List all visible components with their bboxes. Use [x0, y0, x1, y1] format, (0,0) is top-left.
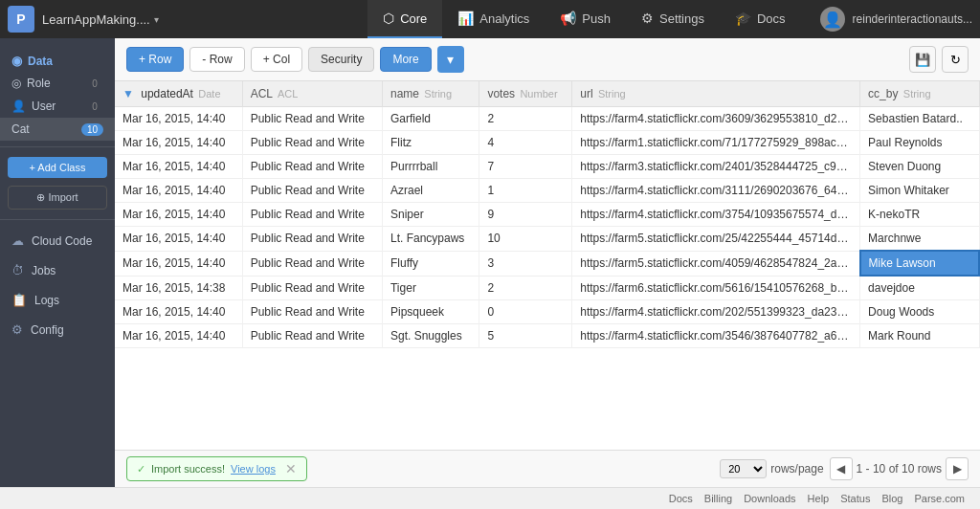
- table-cell[interactable]: https://farm4.staticflickr.com/3111/2690…: [572, 179, 860, 203]
- table-cell[interactable]: Mar 16, 2015, 14:40: [115, 227, 242, 252]
- table-cell[interactable]: 3: [479, 251, 572, 276]
- table-cell[interactable]: 1: [479, 179, 572, 203]
- table-cell[interactable]: Public Read and Write: [242, 179, 382, 203]
- table-row[interactable]: Mar 16, 2015, 14:40Public Read and Write…: [115, 107, 979, 131]
- bottom-link-blog[interactable]: Blog: [881, 493, 902, 504]
- sidebar-item-logs[interactable]: 📋 Logs: [0, 285, 115, 315]
- tab-analytics[interactable]: 📊 Analytics: [442, 0, 545, 38]
- table-cell[interactable]: 10: [479, 227, 572, 252]
- table-cell[interactable]: Sniper: [382, 203, 479, 227]
- table-cell[interactable]: Pipsqueek: [382, 300, 479, 324]
- import-close-button[interactable]: ✕: [285, 461, 297, 476]
- add-col-button[interactable]: + Col: [251, 47, 302, 72]
- table-cell[interactable]: Mar 16, 2015, 14:40: [115, 300, 242, 324]
- table-cell[interactable]: Purrrrball: [382, 155, 479, 179]
- table-cell[interactable]: https://farm1.staticflickr.com/71/177275…: [572, 131, 860, 155]
- table-cell[interactable]: https://farm3.staticflickr.com/2401/3528…: [572, 155, 860, 179]
- table-cell[interactable]: Simon Whitaker: [860, 179, 979, 203]
- tab-core[interactable]: ⬡ Core: [368, 0, 442, 38]
- pagination-next-button[interactable]: ▶: [946, 457, 969, 480]
- sidebar-item-role[interactable]: ◎ Role 0: [0, 72, 115, 95]
- table-cell[interactable]: 7: [479, 155, 572, 179]
- table-cell[interactable]: Flitz: [382, 131, 479, 155]
- table-cell[interactable]: Public Read and Write: [242, 107, 382, 131]
- table-cell[interactable]: 4: [479, 131, 572, 155]
- table-cell[interactable]: Mar 16, 2015, 14:40: [115, 155, 242, 179]
- tab-docs[interactable]: 🎓 Docs: [720, 0, 801, 38]
- table-cell[interactable]: Public Read and Write: [242, 155, 382, 179]
- table-cell[interactable]: Mar 16, 2015, 14:40: [115, 251, 242, 276]
- toolbar-save-button[interactable]: 💾: [909, 46, 936, 73]
- table-cell[interactable]: 2: [479, 107, 572, 131]
- table-cell[interactable]: Tiger: [382, 276, 479, 300]
- col-header-updatedAt[interactable]: ▼ updatedAt Date: [115, 81, 242, 107]
- app-name[interactable]: LearnAppMaking.... ▾: [42, 12, 159, 27]
- tab-settings[interactable]: ⚙ Settings: [626, 0, 720, 38]
- table-cell[interactable]: 9: [479, 203, 572, 227]
- sidebar-item-cloud-code[interactable]: ☁ Cloud Code: [0, 226, 115, 255]
- table-cell[interactable]: Mark Round: [860, 324, 979, 348]
- sidebar-item-config[interactable]: ⚙ Config: [0, 315, 115, 344]
- table-cell[interactable]: 0: [479, 300, 572, 324]
- more-button[interactable]: More: [380, 47, 431, 72]
- sidebar-item-user[interactable]: 👤 User 0: [0, 95, 115, 118]
- col-header-acl[interactable]: ACL ACL: [242, 81, 382, 107]
- table-cell[interactable]: Public Read and Write: [242, 203, 382, 227]
- pagination-prev-button[interactable]: ◀: [830, 457, 853, 480]
- view-logs-link[interactable]: View logs: [231, 463, 276, 475]
- table-cell[interactable]: https://farm6.staticflickr.com/5616/1541…: [572, 276, 860, 300]
- table-row[interactable]: Mar 16, 2015, 14:40Public Read and Write…: [115, 227, 979, 252]
- table-cell[interactable]: https://farm4.staticflickr.com/202/55139…: [572, 300, 860, 324]
- table-cell[interactable]: Mike Lawson: [860, 251, 979, 276]
- table-cell[interactable]: Public Read and Write: [242, 227, 382, 252]
- table-cell[interactable]: https://farm4.staticflickr.com/3609/3629…: [572, 107, 860, 131]
- table-cell[interactable]: Marchnwe: [860, 227, 979, 252]
- table-cell[interactable]: Mar 16, 2015, 14:40: [115, 179, 242, 203]
- table-cell[interactable]: https://farm4.staticflickr.com/3546/3876…: [572, 324, 860, 348]
- remove-row-button[interactable]: - Row: [189, 47, 244, 72]
- table-row[interactable]: Mar 16, 2015, 14:40Public Read and Write…: [115, 251, 979, 276]
- table-cell[interactable]: https://farm5.staticflickr.com/25/422554…: [572, 227, 860, 252]
- table-cell[interactable]: Public Read and Write: [242, 324, 382, 348]
- bottom-link-docs[interactable]: Docs: [669, 493, 693, 504]
- col-header-url[interactable]: url String: [572, 81, 860, 107]
- bottom-link-parsecom[interactable]: Parse.com: [914, 493, 965, 504]
- table-cell[interactable]: davejdoe: [860, 276, 979, 300]
- add-row-button[interactable]: + Row: [126, 47, 184, 72]
- sidebar-item-jobs[interactable]: ⏱ Jobs: [0, 255, 115, 285]
- table-cell[interactable]: Sgt. Snuggles: [382, 324, 479, 348]
- table-row[interactable]: Mar 16, 2015, 14:38Public Read and Write…: [115, 276, 979, 300]
- add-class-button[interactable]: + Add Class: [8, 157, 107, 178]
- table-row[interactable]: Mar 16, 2015, 14:40Public Read and Write…: [115, 179, 979, 203]
- import-button[interactable]: ⊕ Import: [8, 186, 107, 210]
- table-cell[interactable]: Public Read and Write: [242, 276, 382, 300]
- table-cell[interactable]: Doug Woods: [860, 300, 979, 324]
- table-cell[interactable]: Mar 16, 2015, 14:38: [115, 276, 242, 300]
- table-cell[interactable]: Mar 16, 2015, 14:40: [115, 324, 242, 348]
- table-cell[interactable]: Public Read and Write: [242, 251, 382, 276]
- table-row[interactable]: Mar 16, 2015, 14:40Public Read and Write…: [115, 203, 979, 227]
- dropdown-arrow-button[interactable]: ▾: [437, 46, 464, 73]
- table-cell[interactable]: Public Read and Write: [242, 300, 382, 324]
- table-cell[interactable]: Sebastien Batard..: [860, 107, 979, 131]
- security-button[interactable]: Security: [308, 47, 374, 72]
- table-cell[interactable]: 2: [479, 276, 572, 300]
- sidebar-item-cat[interactable]: Cat 10: [0, 118, 115, 141]
- table-cell[interactable]: Public Read and Write: [242, 131, 382, 155]
- table-cell[interactable]: Mar 16, 2015, 14:40: [115, 203, 242, 227]
- table-cell[interactable]: Lt. Fancypaws: [382, 227, 479, 252]
- table-cell[interactable]: Steven Duong: [860, 155, 979, 179]
- table-cell[interactable]: Mar 16, 2015, 14:40: [115, 107, 242, 131]
- table-row[interactable]: Mar 16, 2015, 14:40Public Read and Write…: [115, 300, 979, 324]
- table-row[interactable]: Mar 16, 2015, 14:40Public Read and Write…: [115, 324, 979, 348]
- table-cell[interactable]: 5: [479, 324, 572, 348]
- table-row[interactable]: Mar 16, 2015, 14:40Public Read and Write…: [115, 131, 979, 155]
- tab-push[interactable]: 📢 Push: [545, 0, 626, 38]
- table-cell[interactable]: https://farm5.staticflickr.com/4059/4628…: [572, 251, 860, 276]
- table-cell[interactable]: K-nekoTR: [860, 203, 979, 227]
- table-cell[interactable]: Paul Reynolds: [860, 131, 979, 155]
- rows-per-page-select[interactable]: 20 50 100: [720, 459, 767, 478]
- bottom-link-downloads[interactable]: Downloads: [744, 493, 795, 504]
- table-cell[interactable]: Fluffy: [382, 251, 479, 276]
- bottom-link-help[interactable]: Help: [808, 493, 830, 504]
